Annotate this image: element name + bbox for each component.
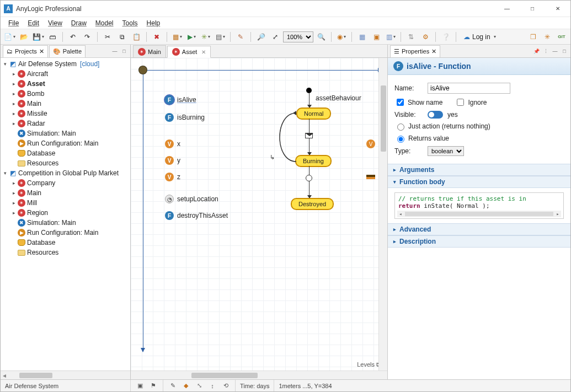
transition[interactable] [309,93,309,108]
transition[interactable] [309,182,309,198]
chevron-right-icon[interactable]: ▸ [10,81,17,87]
grid-icon[interactable]: ▦ [355,31,369,43]
problems-icon[interactable]: ⚑ [148,381,158,391]
chevron-down-icon[interactable]: ▾ [2,61,8,67]
tab-palette[interactable]: 🎨 Palette [49,45,86,57]
statechart-start-icon[interactable] [306,88,312,93]
zoom-fit-icon[interactable]: ⤢ [269,31,282,43]
tab-properties[interactable]: ☰ Properties ✕ [390,45,440,57]
minimize-panel-icon[interactable]: ― [551,47,559,55]
menu-model[interactable]: Model [91,18,118,28]
scrollbar-track[interactable] [405,212,553,216]
scroll-right-icon[interactable]: ▸ [554,211,561,217]
section-advanced[interactable]: ▸ Advanced [388,223,570,235]
tree-item[interactable]: Database [1,148,130,158]
checkbox-input[interactable] [397,99,404,106]
tree-root-1[interactable]: ▾ ◩ Air Defense System [cloud] [1,59,130,69]
canvas-scrollbar-vertical[interactable] [378,58,387,370]
brush-icon[interactable]: ✎ [234,31,247,43]
chevron-right-icon[interactable]: ▸ [10,101,17,106]
undo-button[interactable]: ↶ [66,31,79,43]
timeout-trigger-icon[interactable] [306,175,312,181]
chevron-right-icon[interactable]: ▸ [10,121,17,126]
box3d-icon[interactable]: ❒ [526,31,540,43]
menu-tools[interactable]: Tools [118,18,142,28]
menu-help[interactable]: Help [142,18,165,28]
menu-view[interactable]: View [44,18,67,28]
minimize-button[interactable]: ― [494,1,520,17]
section-description[interactable]: ▸ Description [388,235,570,248]
radio-input[interactable] [397,123,404,131]
cut-button[interactable]: ✂ [101,31,114,43]
close-button[interactable]: ✕ [545,1,570,17]
function-isburning[interactable]: F isBurning [165,113,205,122]
menu-draw[interactable]: Draw [67,18,91,28]
close-icon[interactable]: ✕ [201,49,206,55]
tree-item[interactable]: ✖Simulation: Main [1,128,130,138]
draw1-icon[interactable]: ✎ [168,381,178,391]
save-all-button[interactable]: 🗃 [46,31,59,43]
redo-button[interactable]: ↷ [81,31,94,43]
checkbox-input[interactable] [457,99,464,106]
pin-icon[interactable]: 📌 [532,47,540,55]
state-destroyed[interactable]: Destroyed [291,198,334,210]
stack-icon[interactable]: ▥ [384,31,397,43]
canvas-scrollbar-horizontal[interactable] [131,370,387,379]
open-button[interactable]: 📂 [17,31,30,43]
close-icon[interactable]: ✕ [39,48,44,55]
visible-toggle[interactable] [428,111,443,119]
tree-scrollbar-horizontal[interactable]: ◂ [1,370,130,379]
build-button[interactable]: ▦ [170,31,184,43]
tree-item[interactable]: Resources [1,248,130,257]
chevron-right-icon[interactable]: ▸ [10,200,17,206]
tree-item[interactable]: ✖Simulation: Main [1,218,130,228]
tree-item[interactable]: ▸✶Aircraft [1,69,130,79]
chevron-right-icon[interactable]: ▸ [10,190,17,196]
levels-indicator[interactable]: Levels ⧉ [357,361,381,368]
draw2-icon[interactable]: ◆ [181,381,191,391]
transition[interactable] [309,139,309,155]
tree-item[interactable]: ▸✶Asset [1,79,130,89]
ignore-checkbox[interactable]: Ignore [455,97,487,108]
scroll-left-icon[interactable]: ◂ [397,211,404,217]
chevron-right-icon[interactable]: ▸ [10,71,17,77]
project-tree[interactable]: ▾ ◩ Air Defense System [cloud] ▸✶Aircraf… [1,58,130,370]
draw4-icon[interactable]: ↕ [207,381,217,391]
link-icon[interactable]: ⋮ [542,47,549,55]
variable-z[interactable]: V z [165,173,180,181]
tree-root-2[interactable]: ▾ ◩ Competition in Global Pulp Market [1,168,130,178]
paste-button[interactable]: 📋 [130,31,143,43]
function-setuplocation[interactable]: ◔ setupLocation [165,195,218,203]
tree-item[interactable]: ▸✶Radar [1,119,130,128]
save-button[interactable]: 💾 [31,31,45,43]
tab-projects[interactable]: 🗂 Projects ✕ [3,45,48,57]
section-function-body[interactable]: ▾ Function body [388,176,570,188]
statechart-label[interactable]: assetBehaviour [316,94,361,102]
help-icon[interactable]: ❔ [439,31,452,43]
maximize-panel-icon[interactable]: □ [120,47,128,55]
chevron-down-icon[interactable]: ▾ [2,170,8,176]
section-arguments[interactable]: ▸ Arguments [388,164,570,176]
menu-edit[interactable]: Edit [23,18,44,28]
tree-item[interactable]: ▸✶Main [1,99,130,109]
variable-y[interactable]: V y [165,156,180,165]
toggle-icon[interactable]: ⇅ [404,31,418,43]
tree-item[interactable]: Resources [1,158,130,168]
type-select[interactable]: boolean [428,146,464,156]
maximize-panel-icon[interactable]: □ [561,47,568,55]
menu-file[interactable]: File [4,18,23,28]
tree-item[interactable]: ▸✶Bomb [1,89,130,99]
showname-checkbox[interactable]: Show name [394,97,442,108]
function-destroythisasset[interactable]: F destroyThisAsset [165,211,228,220]
tree-item[interactable]: ▸✶Company [1,178,130,188]
draw5-icon[interactable]: ⟲ [221,381,231,391]
chevron-right-icon[interactable]: ▸ [10,91,17,96]
run-button[interactable]: ▶ [185,31,198,43]
maximize-button[interactable]: □ [520,1,545,17]
settings-icon[interactable]: ⚙ [419,31,432,43]
name-input[interactable] [428,83,510,94]
scrollbar-thumb[interactable] [19,373,52,378]
minimize-panel-icon[interactable]: ― [111,47,119,55]
console-icon[interactable]: ▣ [135,381,145,391]
tab-main[interactable]: ✶ Main [133,45,166,57]
